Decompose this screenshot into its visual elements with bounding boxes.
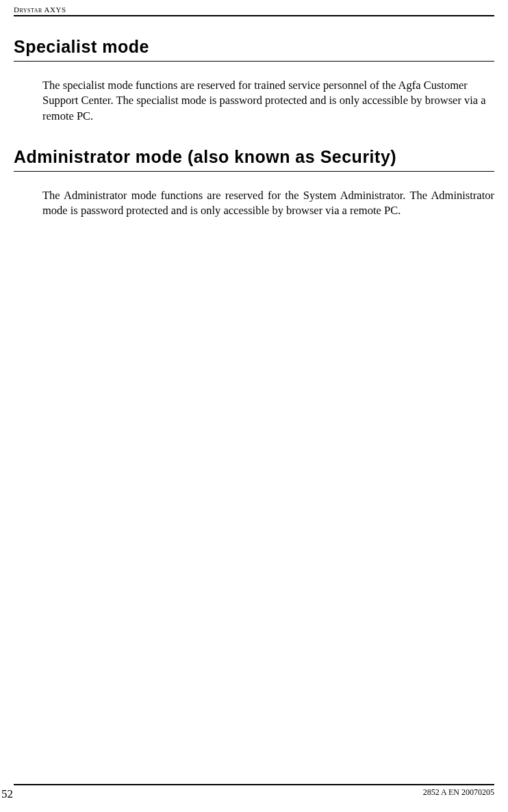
section-rule xyxy=(14,61,494,62)
footer-rule xyxy=(14,784,494,785)
section-rule xyxy=(14,171,494,172)
section-body-specialist: The specialist mode functions are reserv… xyxy=(14,78,494,124)
header-product-name: Drystar AXYS xyxy=(14,5,494,14)
footer-row: 52 2852 A EN 20070205 xyxy=(0,787,494,801)
page-content: Specialist mode The specialist mode func… xyxy=(0,16,508,218)
section-heading-administrator: Administrator mode (also known as Securi… xyxy=(14,147,494,167)
page-footer: 52 2852 A EN 20070205 xyxy=(0,784,508,801)
page-header: Drystar AXYS xyxy=(0,0,508,16)
section-heading-specialist: Specialist mode xyxy=(14,37,494,57)
section-body-administrator: The Administrator mode functions are res… xyxy=(14,188,494,219)
page-number: 52 xyxy=(0,787,13,801)
document-code: 2852 A EN 20070205 xyxy=(423,787,494,798)
page: Drystar AXYS Specialist mode The special… xyxy=(0,0,508,812)
